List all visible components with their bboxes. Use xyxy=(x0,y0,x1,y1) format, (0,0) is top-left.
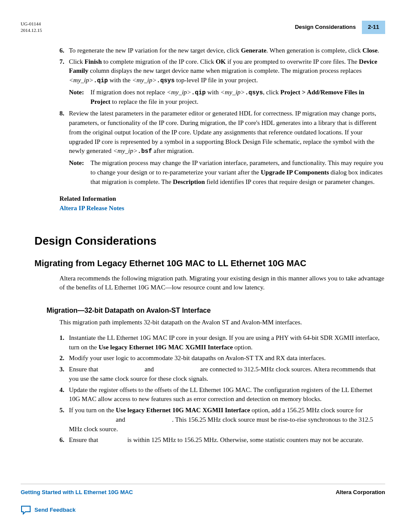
migration-step-6: 6. Ensure that is within 125 MHz to 156.… xyxy=(59,436,385,445)
step-body: Ensure that is within 125 MHz to 156.25 … xyxy=(69,436,385,445)
migration-step-2: 2. Modify your user logic to accommodate… xyxy=(59,354,385,363)
migration-step-5: 5. If you turn on the Use legacy Etherne… xyxy=(59,406,385,434)
main-content: 6. To regenerate the new IP variation fo… xyxy=(21,46,385,445)
footer-line: Getting Started with LL Ethernet 10G MAC… xyxy=(21,484,385,497)
step-number: 5. xyxy=(59,406,69,434)
doc-id: UG-01144 xyxy=(21,21,42,27)
step-6: 6. To regenerate the new IP variation fo… xyxy=(59,46,385,56)
send-feedback-link[interactable]: Send Feedback xyxy=(21,505,385,515)
heading-migrating-legacy: Migrating from Legacy Ethernet 10G MAC t… xyxy=(34,257,385,270)
page-footer: Getting Started with LL Ethernet 10G MAC… xyxy=(21,484,385,515)
step-body: Update the register offsets to the offse… xyxy=(69,386,385,404)
step-body: If you turn on the Use legacy Ethernet 1… xyxy=(69,406,385,434)
step-8: 8. Review the latest parameters in the p… xyxy=(59,109,385,156)
migration-32bit-intro: This migration path implements 32-bit da… xyxy=(59,318,385,327)
note-body: If migration does not replace <my_ip>.qi… xyxy=(90,88,385,107)
doc-date: 2014.12.15 xyxy=(21,27,42,34)
step-body: To regenerate the new IP variation for t… xyxy=(69,46,385,56)
step-number: 6. xyxy=(59,46,69,56)
footer-company: Altera Corporation xyxy=(336,488,385,497)
related-info-heading: Related Information xyxy=(59,194,385,204)
send-feedback-label: Send Feedback xyxy=(34,506,75,514)
step-number: 1. xyxy=(59,333,69,352)
step-body: Ensure that and are connected to 312.5-M… xyxy=(69,365,385,384)
step-number: 2. xyxy=(59,354,69,363)
migration-intro-paragraph: Altera recommends the following migratio… xyxy=(59,274,385,293)
step-number: 3. xyxy=(59,365,69,384)
migration-step-3: 3. Ensure that and are connected to 312.… xyxy=(59,365,385,384)
step-number: 6. xyxy=(59,436,69,445)
header-right: Design Considerations 2-11 xyxy=(295,21,385,34)
step-8-note: Note: The migration process may change t… xyxy=(59,159,385,187)
altera-ip-release-notes-link[interactable]: Altera IP Release Notes xyxy=(59,204,385,213)
heading-design-considerations: Design Considerations xyxy=(34,233,385,249)
migration-step-4: 4. Update the register offsets to the of… xyxy=(59,386,385,404)
step-body: Review the latest parameters in the para… xyxy=(69,109,385,156)
feedback-icon xyxy=(21,505,31,515)
step-number: 8. xyxy=(59,109,69,156)
step-number: 7. xyxy=(59,57,69,85)
heading-migration-32bit: Migration—32-bit Datapath on Avalon-ST I… xyxy=(47,305,385,315)
step-7: 7. Click Finish to complete migration of… xyxy=(59,57,385,85)
header-doc-meta: UG-01144 2014.12.15 xyxy=(21,21,42,34)
step-7-note: Note: If migration does not replace <my_… xyxy=(59,88,385,107)
migration-step-1: 1. Instantiate the LL Ethernet 10G MAC I… xyxy=(59,333,385,352)
step-number: 4. xyxy=(59,386,69,404)
section-title: Design Considerations xyxy=(295,23,356,31)
step-body: Click Finish to complete migration of th… xyxy=(69,57,385,85)
note-label: Note: xyxy=(69,159,90,187)
note-body: The migration process may change the IP … xyxy=(90,159,385,187)
step-body: Modify your user logic to accommodate 32… xyxy=(69,354,385,363)
step-body: Instantiate the LL Ethernet 10G MAC IP c… xyxy=(69,333,385,352)
page-header: UG-01144 2014.12.15 Design Consideration… xyxy=(21,21,385,34)
note-label: Note: xyxy=(69,88,90,107)
page-number-badge: 2-11 xyxy=(362,21,385,34)
footer-chapter-link[interactable]: Getting Started with LL Ethernet 10G MAC xyxy=(21,488,133,497)
